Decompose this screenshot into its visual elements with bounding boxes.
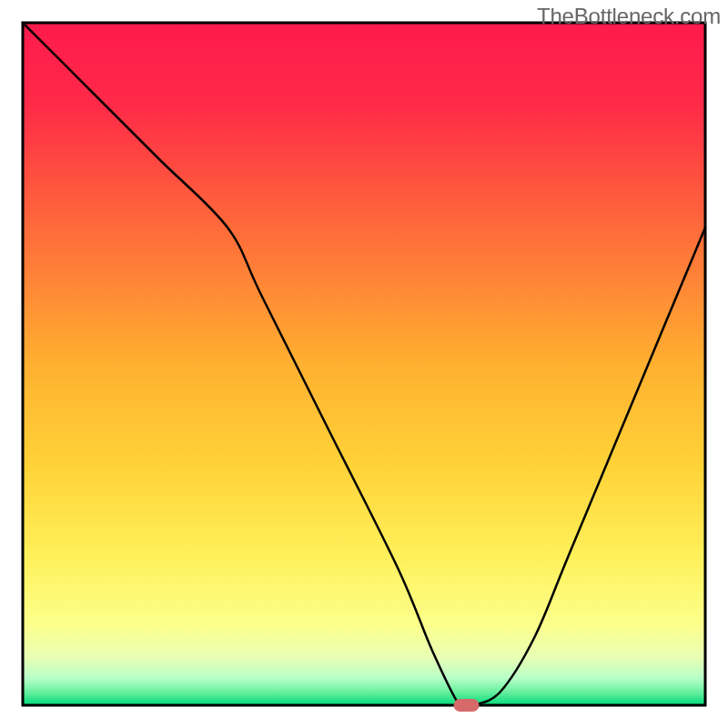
optimal-marker xyxy=(454,699,480,712)
bottleneck-chart: TheBottleneck.com xyxy=(0,0,728,728)
watermark-text: TheBottleneck.com xyxy=(537,4,721,29)
chart-svg xyxy=(0,0,728,728)
